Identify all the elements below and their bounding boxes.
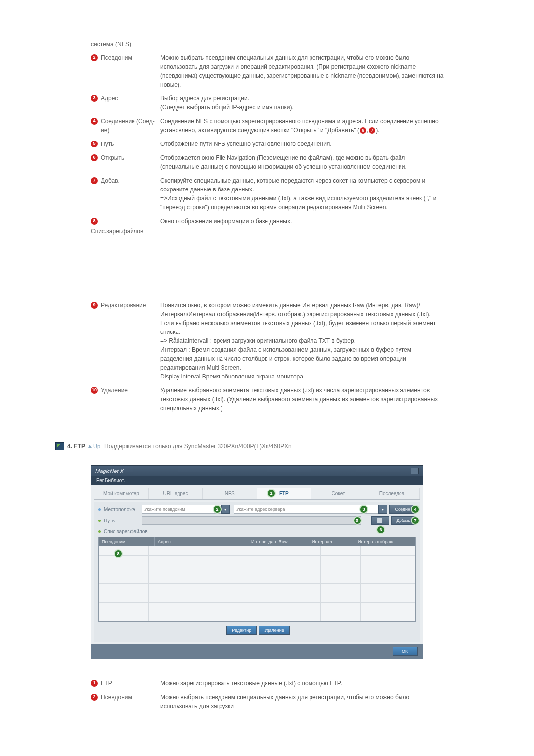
table-row[interactable]	[99, 546, 415, 556]
add-button[interactable]: Добав. 7	[391, 516, 416, 525]
definition-label: 9Редактирование	[91, 301, 160, 310]
number-badge: 8	[91, 218, 98, 225]
tab-url[interactable]: URL-адрес	[149, 488, 203, 499]
table-row[interactable]	[99, 574, 415, 584]
table-row[interactable]	[99, 584, 415, 593]
definition-desc: Окно отображения информации о базе данны…	[160, 217, 445, 226]
address-dropdown[interactable]: ▾	[378, 505, 387, 514]
callout-5: 5	[353, 516, 362, 525]
number-badge: 2	[91, 54, 98, 61]
app-title: MagicNet X	[95, 468, 124, 474]
definition-label: 6Открыть	[91, 153, 160, 162]
definition-row: 1FTPМожно зарегистрировать текстовые дан…	[91, 679, 445, 688]
register-header: Рег.Библиот.	[91, 476, 423, 485]
number-badge: 2	[91, 694, 98, 701]
tab-mycomputer[interactable]: Мой компьютер	[94, 488, 149, 499]
number-badge: 4	[91, 118, 98, 125]
definition-row: 6ОткрытьОтображается окно File Navigatio…	[91, 153, 445, 171]
callout-1: 1	[267, 489, 276, 498]
row-filelist-label: Спис.зарег.файлов	[98, 529, 416, 534]
definition-row: 10УдалениеУдаление выбранного элемента т…	[91, 386, 445, 413]
definition-label-text: Спис.зарег.файлов	[91, 227, 143, 236]
definition-label: 7Добав.	[91, 176, 160, 185]
th-address: Адрес	[155, 537, 248, 546]
up-link[interactable]: Up	[88, 443, 100, 449]
app-window: MagicNet X Рег.Библиот. Мой компьютер UR…	[91, 465, 423, 659]
definition-label-text: Открыть	[101, 153, 124, 162]
definition-desc: Отображение пути NFS успешно установленн…	[160, 140, 445, 148]
label-filelist: Спис.зарег.файлов	[98, 529, 148, 534]
definition-label-text: Адрес	[101, 94, 118, 103]
section-title: 4. FTP	[67, 443, 85, 450]
titlebar: MagicNet X	[91, 466, 423, 476]
close-icon[interactable]	[411, 468, 419, 474]
tab-seq[interactable]: Послеедов.	[365, 488, 420, 499]
definition-label: 2Псевдоним	[91, 53, 160, 62]
table-row[interactable]	[99, 612, 415, 621]
definition-desc: Можно выбрать псевдоним специальных данн…	[160, 693, 445, 710]
alias-input[interactable]: Укажите псевдоним 2	[142, 505, 221, 514]
inline-badge: 6	[360, 127, 366, 134]
callout-2: 2	[213, 505, 222, 514]
definition-desc: Соединение NFS с помощью зарегистрирован…	[160, 117, 445, 135]
th-alias: Псевдоним	[99, 537, 155, 546]
callout-8: 8	[114, 549, 123, 558]
definition-label-text: Удаление	[101, 386, 128, 395]
definition-desc: Удаление выбранного элемента текстовых д…	[160, 386, 445, 413]
th-interval: Интервал	[309, 537, 355, 546]
tabs: Мой компьютер URL-адрес NFS 1 FTP Сокет …	[94, 488, 420, 500]
definition-row: 9РедактированиеПоявится окно, в котором …	[91, 301, 445, 381]
ok-row: OK	[91, 644, 423, 659]
section-icon	[55, 442, 64, 450]
th-raw: Интерв. дан. Raw	[248, 537, 309, 546]
definition-desc: Можно выбрать псевдоним специальных данн…	[160, 53, 445, 89]
table-row[interactable]	[99, 565, 415, 574]
inline-badge: 7	[369, 127, 375, 134]
definition-label-text: Путь	[101, 140, 114, 148]
preline-label: система (NFS)	[91, 40, 160, 48]
definition-row: 2ПсевдонимМожно выбрать псевдоним специа…	[91, 53, 445, 89]
edit-button[interactable]: Редактир	[226, 626, 257, 635]
definition-label: 10Удаление	[91, 386, 160, 395]
callout-7: 7	[411, 516, 420, 525]
page: система (NFS) 2ПсевдонимМожно выбрать пс…	[0, 0, 534, 735]
table-action-buttons: Редактир Удаление	[98, 622, 416, 637]
tab-socket[interactable]: Сокет	[312, 488, 366, 499]
definition-row: 7Добав.Скопируйте специальные данные, ко…	[91, 176, 445, 212]
definition-row: 2ПсевдонимМожно выбрать псевдоним специа…	[91, 693, 445, 710]
open-button[interactable]	[371, 516, 389, 525]
row-location: Местоположе Укажите псевдоним 2 ▾ Укажит…	[98, 505, 416, 514]
definition-label-text: FTP	[101, 679, 112, 688]
label-location: Местоположе	[98, 507, 142, 512]
table-row[interactable]	[99, 603, 415, 612]
table-header: Псевдоним Адрес Интерв. дан. Raw Интерва…	[99, 537, 415, 546]
callout-6: 6	[376, 525, 385, 534]
address-input[interactable]: Укажите адрес сервера	[234, 505, 378, 514]
definition-row: 5ПутьОтображение пути NFS успешно устано…	[91, 140, 445, 148]
definition-desc: Можно зарегистрировать текстовые данные …	[160, 679, 445, 688]
table-row[interactable]	[99, 556, 415, 565]
section-heading: 4. FTP Up Поддерживается только для Sync…	[55, 442, 445, 450]
tab-ftp[interactable]: 1 FTP	[257, 488, 312, 499]
callout-3: 3	[359, 505, 368, 514]
definition-row: 3АдресВыбор адреса для регистрации.(След…	[91, 94, 445, 112]
definition-label-text: Псевдоним	[101, 693, 132, 702]
definition-desc: Скопируйте специальные данные, которые п…	[160, 176, 445, 212]
definition-desc: Выбор адреса для регистрации.(Следует вы…	[160, 94, 445, 112]
alias-dropdown[interactable]: ▾	[221, 505, 230, 514]
th-display: Интерв. отображ.	[355, 537, 415, 546]
ok-button[interactable]: OK	[393, 647, 418, 656]
file-table: Псевдоним Адрес Интерв. дан. Raw Интерва…	[98, 537, 416, 622]
delete-button[interactable]: Удаление	[259, 626, 290, 635]
table-body: 8	[99, 546, 415, 621]
definition-desc: Отображается окно File Navigation (Перем…	[160, 153, 445, 171]
tab-nfs[interactable]: NFS	[203, 488, 257, 499]
number-badge: 7	[91, 177, 98, 184]
number-badge: 1	[91, 680, 98, 687]
number-badge: 3	[91, 95, 98, 102]
table-row[interactable]	[99, 593, 415, 603]
section-note: Поддерживается только для SyncMaster 320…	[104, 443, 292, 450]
definition-label: 2Псевдоним	[91, 693, 160, 702]
connect-button[interactable]: Соедин 4	[389, 505, 416, 514]
label-path: Путь	[98, 518, 142, 523]
